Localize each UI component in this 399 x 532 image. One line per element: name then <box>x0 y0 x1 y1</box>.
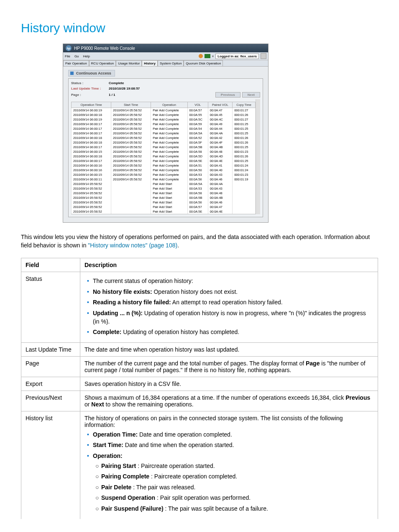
table-row[interactable]: 2010/09/14 06:00:182010/09/14 05:58:52Pa… <box>72 113 256 117</box>
section-label: Continuous Access <box>68 70 115 77</box>
status-icon <box>199 54 203 58</box>
tab-quorum-disk-operation[interactable]: Quorum Disk Operation <box>184 60 223 66</box>
field-export: Export <box>21 377 80 391</box>
tab-pair-operation[interactable]: Pair Operation <box>63 60 89 66</box>
tool-icon[interactable] <box>261 53 266 59</box>
table-row[interactable]: 2010/09/14 06:00:172010/09/14 05:58:52Pa… <box>72 122 256 126</box>
tab-history[interactable]: History <box>142 60 158 66</box>
field-prevnext: Previous/Next <box>21 391 80 411</box>
page-label: Page : <box>71 93 109 97</box>
table-row[interactable]: 2010/09/14 06:00:172010/09/14 05:58:52Pa… <box>72 159 256 163</box>
table-row[interactable]: 2010/09/14 05:58:52Pair Add Start00:0A:5… <box>72 182 256 186</box>
table-row[interactable]: 2010/09/14 06:00:192010/09/14 05:58:52Pa… <box>72 117 256 122</box>
menu-help[interactable]: Help <box>83 54 90 58</box>
menu-file[interactable]: File <box>65 54 70 58</box>
table-row[interactable]: 2010/09/14 06:00:182010/09/14 05:58:52Pa… <box>72 154 256 159</box>
th-description: Description <box>80 258 378 272</box>
login-status: Logged in as: flex_users <box>215 54 259 59</box>
table-row[interactable]: 2010/09/14 05:58:52Pair Add Start00:0A:5… <box>72 186 256 191</box>
col-vol[interactable]: VOL <box>187 102 208 108</box>
menubar: FileGoHelp ▾ Logged in as: flex_users <box>63 52 268 60</box>
desc-status: The current status of operation history:… <box>80 272 378 343</box>
next-button[interactable]: Next <box>242 92 260 98</box>
field-description-table: Field Description Status The current sta… <box>21 258 378 519</box>
col-operation-time[interactable]: Operation Time <box>72 102 111 108</box>
desc-lastupdate: The date and time when operation history… <box>80 342 378 356</box>
desc-page: The number of the current page and the t… <box>80 356 378 377</box>
tabstrip: Pair OperationRCU OperationUsage Monitor… <box>63 60 268 67</box>
table-row[interactable]: 2010/09/14 06:00:172010/09/14 05:58:52Pa… <box>72 131 256 136</box>
app-window: hp HP P9000 Remote Web Console FileGoHel… <box>63 44 269 223</box>
app-title: HP P9000 Remote Web Console <box>74 46 135 51</box>
table-row[interactable]: 2010/09/14 06:00:182010/09/14 05:58:52Pa… <box>72 140 256 145</box>
th-field: Field <box>21 258 80 272</box>
col-operation[interactable]: Operation <box>151 102 187 108</box>
table-row[interactable]: 2010/09/14 05:58:52Pair Add Start00:0A:5… <box>72 200 256 205</box>
desc-historylist: The history of operations on pairs in th… <box>80 411 378 519</box>
previous-button[interactable]: Previous <box>215 92 240 98</box>
status-value: Complete <box>109 81 124 85</box>
desc-prevnext: Shows a maximum of 16,384 operations at … <box>80 391 378 411</box>
status-label: Status : <box>71 81 109 85</box>
col-paired-vol[interactable]: Paired VOL <box>208 102 232 108</box>
table-row[interactable]: 2010/09/14 06:00:182010/09/14 05:58:52Pa… <box>72 136 256 140</box>
titlebar: hp HP P9000 Remote Web Console <box>63 44 268 52</box>
tab-system-option[interactable]: System Option <box>158 60 184 66</box>
table-row[interactable]: 2010/09/14 06:00:162010/09/14 05:58:52Pa… <box>72 163 256 168</box>
lastupdate-label: Last Update Time : <box>71 87 109 90</box>
table-row[interactable]: 2010/09/14 05:58:52Pair Add Start00:0A:5… <box>72 195 256 200</box>
info-box: Status : Complete Last Update Time : 201… <box>68 78 263 217</box>
table-row[interactable]: 2010/09/14 06:00:152010/09/14 05:58:52Pa… <box>72 149 256 154</box>
table-row[interactable]: 2010/09/14 05:58:52Pair Add Start00:0A:5… <box>72 205 256 209</box>
aux-icon <box>205 54 210 58</box>
tab-rcu-operation[interactable]: RCU Operation <box>89 60 116 66</box>
table-row[interactable]: 2010/09/14 05:58:52Pair Add Start00:0A:5… <box>72 191 256 195</box>
table-row[interactable]: 2010/09/14 06:00:162010/09/14 05:58:52Pa… <box>72 168 256 172</box>
page-title: History window <box>21 21 378 35</box>
field-page: Page <box>21 356 80 377</box>
col-start-time[interactable]: Start Time <box>111 102 151 108</box>
col-copy-time[interactable]: Copy Time <box>233 102 256 108</box>
scrollbar[interactable] <box>256 99 260 214</box>
page-value: 1 / 1 <box>109 93 115 97</box>
section-dot-icon <box>70 72 74 75</box>
table-row[interactable]: 2010/09/14 06:00:172010/09/14 05:58:52Pa… <box>72 145 256 149</box>
table-row[interactable]: 2010/09/14 05:58:52Pair Add Start00:0A:5… <box>72 209 256 214</box>
history-table: Operation TimeStart TimeOperationVOLPair… <box>71 102 256 214</box>
table-row[interactable]: 2010/09/14 06:00:172010/09/14 05:58:52Pa… <box>72 126 256 131</box>
history-notes-link[interactable]: "History window notes" (page 108) <box>88 242 177 249</box>
desc-export: Saves operation history in a CSV file. <box>80 377 378 391</box>
field-lastupdate: Last Update Time <box>21 342 80 356</box>
tab-usage-monitor[interactable]: Usage Monitor <box>116 60 142 66</box>
menu-go[interactable]: Go <box>74 54 79 58</box>
field-status: Status <box>21 272 80 343</box>
hp-logo-icon: hp <box>66 45 72 51</box>
lastupdate-value: 2010/10/28 19:08:57 <box>109 87 140 90</box>
table-row[interactable]: 2010/09/14 06:00:112010/09/14 05:58:52Pa… <box>72 177 256 182</box>
table-row[interactable]: 2010/09/14 06:00:192010/09/14 05:58:52Pa… <box>72 108 256 113</box>
table-row[interactable]: 2010/09/14 06:00:152010/09/14 05:58:52Pa… <box>72 172 256 177</box>
field-historylist: History list <box>21 411 80 519</box>
intro-paragraph: This window lets you view the history of… <box>21 233 378 249</box>
section-text: Continuous Access <box>76 71 111 75</box>
